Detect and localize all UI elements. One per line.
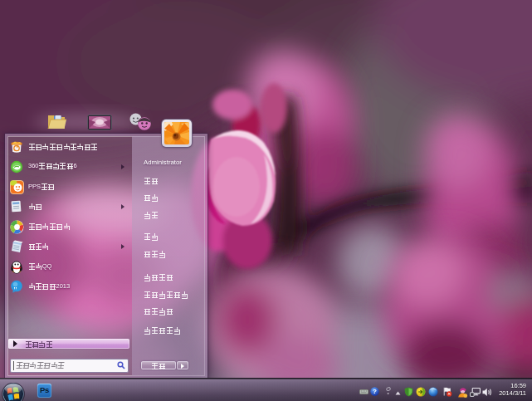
svg-text:,,: ,, <box>14 283 17 290</box>
svg-text:?: ? <box>373 388 377 395</box>
